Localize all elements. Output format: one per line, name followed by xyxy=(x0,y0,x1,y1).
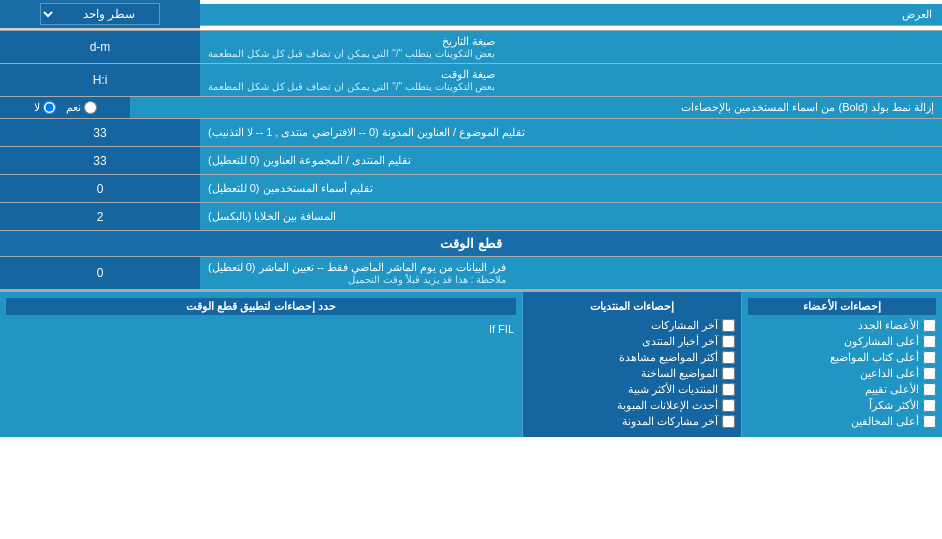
cell-spacing-field[interactable] xyxy=(6,210,194,224)
date-format-label: صيغة التاريخ بعض التكوينات يتطلب "/" الت… xyxy=(200,31,942,63)
last-blog-posts-checkbox[interactable] xyxy=(722,415,735,428)
checkbox-new-members: الأعضاء الجدد xyxy=(748,319,936,332)
date-format-field[interactable] xyxy=(6,40,194,54)
user-names-input-wrapper xyxy=(0,175,200,202)
checkbox-forum-news: آخر أخبار المنتدى xyxy=(529,335,735,348)
topic-sort-input-wrapper xyxy=(0,119,200,146)
forum-news-checkbox[interactable] xyxy=(722,335,735,348)
forum-sort-label: تقليم المنتدى / المجموعة العناوين (0 للت… xyxy=(200,147,942,174)
bold-remove-options: نعم لا xyxy=(0,97,130,118)
apply-time-header: حدد إحصاءات لتطبيق قطع الوقت xyxy=(6,298,516,315)
user-names-field[interactable] xyxy=(6,182,194,196)
cell-spacing-label: المسافة بين الخلايا (بالبكسل) xyxy=(200,203,942,230)
top-violators-checkbox[interactable] xyxy=(923,415,936,428)
time-cut-section-header: قطع الوقت xyxy=(0,231,942,257)
apply-time-column: حدد إحصاءات لتطبيق قطع الوقت If FIL xyxy=(0,292,522,437)
date-format-input-wrapper xyxy=(0,31,200,63)
checkbox-top-violators: أعلى المخالفين xyxy=(748,415,936,428)
top-topic-writers-checkbox[interactable] xyxy=(923,351,936,364)
bold-yes-option[interactable]: نعم xyxy=(66,101,97,114)
time-cut-field[interactable] xyxy=(6,266,194,280)
checkbox-hot-topics: المواضيع الساخنة xyxy=(529,367,735,380)
bottom-stats-area: إحصاءات الأعضاء الأعضاء الجدد أعلى المشا… xyxy=(0,290,942,437)
bold-remove-row: إزالة نمط بولد (Bold) من اسماء المستخدمي… xyxy=(0,97,942,119)
bold-remove-label: إزالة نمط بولد (Bold) من اسماء المستخدمي… xyxy=(130,97,942,118)
latest-classifieds-checkbox[interactable] xyxy=(722,399,735,412)
last-posts-checkbox[interactable] xyxy=(722,319,735,332)
checkbox-most-thanks: الأكثر شكراً xyxy=(748,399,936,412)
bold-no-radio[interactable] xyxy=(43,101,56,114)
cell-spacing-input-wrapper xyxy=(0,203,200,230)
checkbox-top-posters: أعلى المشاركون xyxy=(748,335,936,348)
top-posters-checkbox[interactable] xyxy=(923,335,936,348)
topic-sort-field[interactable] xyxy=(6,126,194,140)
most-similar-forums-checkbox[interactable] xyxy=(722,383,735,396)
stats-members-header: إحصاءات الأعضاء xyxy=(748,298,936,315)
checkbox-top-inviters: أعلى الداعين xyxy=(748,367,936,380)
user-names-label: تقليم أسماء المستخدمين (0 للتعطيل) xyxy=(200,175,942,202)
most-thanks-checkbox[interactable] xyxy=(923,399,936,412)
top-inviters-checkbox[interactable] xyxy=(923,367,936,380)
checkbox-most-viewed: أكثر المواضيع مشاهدة xyxy=(529,351,735,364)
checkbox-last-posts: آخر المشاركات xyxy=(529,319,735,332)
stats-forums-header: إحصاءات المنتديات xyxy=(529,298,735,315)
hot-topics-checkbox[interactable] xyxy=(722,367,735,380)
stats-members-column: إحصاءات الأعضاء الأعضاء الجدد أعلى المشا… xyxy=(742,292,942,437)
time-format-label: صيغة الوقت بعض التكوينات يتطلب "/" التي … xyxy=(200,64,942,96)
time-cut-input-wrapper xyxy=(0,257,200,289)
time-format-input-wrapper xyxy=(0,64,200,96)
topic-sort-label: تقليم الموضوع / العناوين المدونة (0 -- ا… xyxy=(200,119,942,146)
bold-yes-radio[interactable] xyxy=(84,101,97,114)
top-rated-checkbox[interactable] xyxy=(923,383,936,396)
time-format-field[interactable] xyxy=(6,73,194,87)
forum-sort-field[interactable] xyxy=(6,154,194,168)
new-members-checkbox[interactable] xyxy=(923,319,936,332)
if-fil-label: If FIL xyxy=(6,319,516,339)
bold-no-option[interactable]: لا xyxy=(34,101,56,114)
checkbox-last-blog-posts: آخر مشاركات المدونة xyxy=(529,415,735,428)
forum-sort-input-wrapper xyxy=(0,147,200,174)
display-dropdown[interactable]: سطر واحد سطرين ثلاثة أسطر xyxy=(40,3,160,25)
checkbox-top-topic-writers: أعلى كتاب المواضيع xyxy=(748,351,936,364)
checkbox-top-rated: الأعلى تقييم xyxy=(748,383,936,396)
stats-forums-column: إحصاءات المنتديات آخر المشاركات آخر أخبا… xyxy=(522,292,742,437)
most-viewed-checkbox[interactable] xyxy=(722,351,735,364)
time-cut-label: فرز البيانات من يوم الماشر الماضي فقط --… xyxy=(200,257,942,289)
display-label: العرض xyxy=(200,4,942,26)
checkbox-latest-classifieds: أحدث الإعلانات المبوبة xyxy=(529,399,735,412)
checkbox-most-similar-forums: المنتديات الأكثر شبية xyxy=(529,383,735,396)
